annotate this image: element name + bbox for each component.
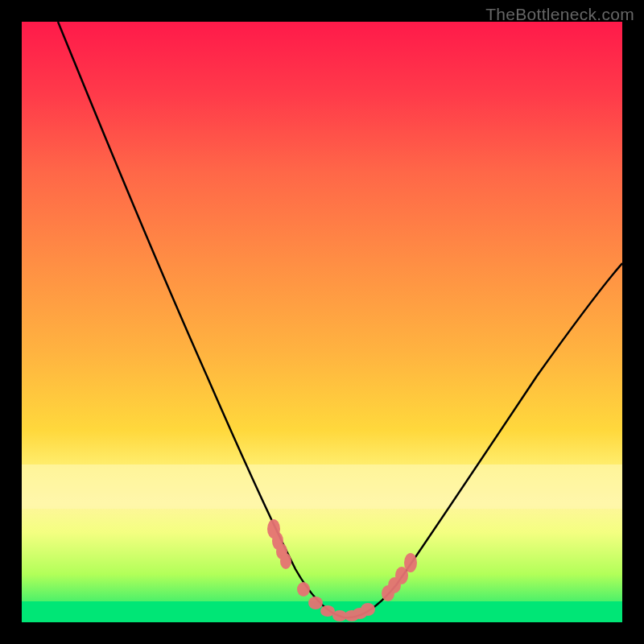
svg-point-5: [308, 597, 323, 609]
gradient-background: [22, 22, 622, 622]
chart-frame: [22, 22, 622, 622]
svg-point-4: [297, 582, 310, 597]
band-yellow: [22, 464, 622, 509]
svg-point-3: [280, 553, 291, 569]
watermark-text: TheBottleneck.com: [485, 5, 634, 24]
svg-point-14: [404, 553, 417, 572]
svg-point-10: [361, 603, 375, 616]
bottleneck-chart: [22, 22, 622, 622]
